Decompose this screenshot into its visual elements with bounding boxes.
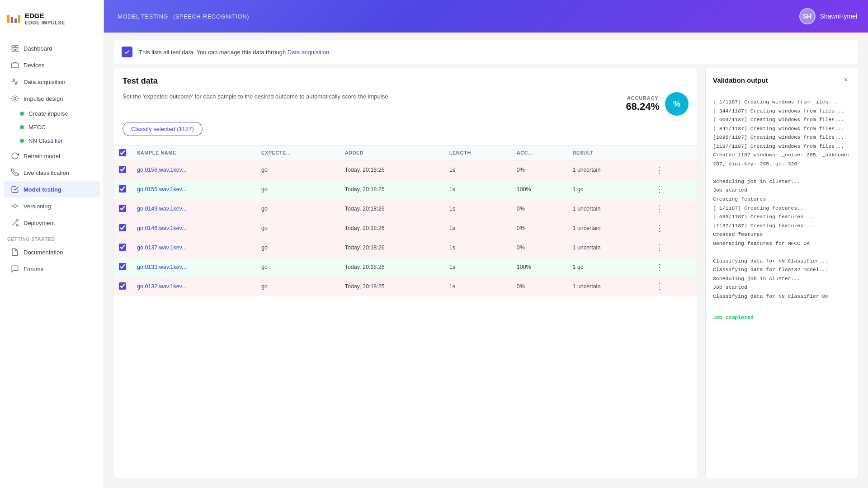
- classify-selected-button[interactable]: Classify selected (1187): [123, 122, 203, 136]
- sidebar-item-documentation[interactable]: Documentation: [4, 244, 100, 260]
- row-sample-name: go.0132.wav.1kev...: [132, 277, 256, 296]
- row-checkbox-cell: [113, 238, 132, 258]
- validation-title: Validation output: [713, 76, 768, 84]
- log-line-15: Generating features for MFCC OK: [713, 239, 851, 248]
- row-checkbox-3[interactable]: [119, 224, 126, 231]
- svg-rect-2: [12, 49, 14, 52]
- dot-icon-mfcc: [20, 125, 24, 129]
- test-data-header: Test data Set the 'expected outcome' for…: [113, 68, 698, 145]
- row-result: 1 uncertain: [567, 219, 647, 238]
- row-menu-button-4[interactable]: ⋮: [653, 242, 666, 253]
- row-added: Today, 20:18:26: [340, 180, 444, 199]
- log-line-3: [ 841/1187] Creating windows from files.…: [713, 124, 851, 133]
- sidebar-item-versioning[interactable]: Versioning: [4, 198, 100, 214]
- col-length: LENGTH: [444, 145, 511, 160]
- row-checkbox-cell: [113, 258, 132, 277]
- sidebar-item-retrain-model[interactable]: Retrain model: [4, 148, 100, 164]
- row-checkbox-4[interactable]: [119, 244, 126, 251]
- row-accuracy: 0%: [511, 277, 567, 296]
- table-row: go.0155.wav.1kev... go Today, 20:18:26 1…: [113, 180, 698, 199]
- user-menu[interactable]: SH ShawnHymel: [799, 8, 857, 24]
- row-length: 1s: [444, 199, 511, 219]
- logo-area: EDGEEDGE IMPULSE: [0, 0, 104, 36]
- row-accuracy: 100%: [511, 258, 567, 277]
- sidebar-item-forums[interactable]: Forums: [4, 261, 100, 277]
- validation-close-button[interactable]: ×: [840, 75, 851, 85]
- row-checkbox-1[interactable]: [119, 185, 126, 192]
- sidebar-item-impulse-design[interactable]: Impulse design: [4, 90, 100, 107]
- data-icon: [11, 78, 19, 86]
- row-length: 1s: [444, 219, 511, 238]
- table-row: go.0149.wav.1kev... go Today, 20:18:26 1…: [113, 199, 698, 219]
- row-menu-button-1[interactable]: ⋮: [653, 184, 666, 195]
- sidebar-item-dashboard[interactable]: Dashboard: [4, 40, 100, 56]
- sample-name-link-3[interactable]: go.0146.wav.1kev...: [137, 225, 186, 231]
- row-menu-button-6[interactable]: ⋮: [653, 281, 666, 292]
- sidebar-item-deployment[interactable]: Deployment: [4, 215, 100, 231]
- log-line-17: Classifying data for NN Classifier...: [713, 257, 851, 266]
- svg-point-5: [14, 98, 16, 100]
- sample-name-link-5[interactable]: go.0133.wav.1kev...: [137, 264, 186, 270]
- row-result: 1 go: [567, 258, 647, 277]
- row-expected: go: [256, 219, 340, 238]
- row-menu-cell: ⋮: [647, 238, 698, 258]
- test-data-table-container[interactable]: SAMPLE NAME EXPECTE... ADDED LENGTH ACC.…: [113, 145, 698, 479]
- log-line-11: [ 1/1187] Creating features...: [713, 204, 851, 213]
- dashboard-icon: [11, 44, 19, 52]
- sidebar-item-mfcc[interactable]: MFCC: [4, 121, 100, 134]
- row-checkbox-0[interactable]: [119, 166, 126, 173]
- getting-started-label: GETTING STARTED: [0, 231, 104, 244]
- sample-name-link-6[interactable]: go.0132.wav.1kev...: [137, 283, 186, 290]
- sidebar-item-data-acquisition[interactable]: Data acquisition: [4, 74, 100, 90]
- accuracy-circle: %: [665, 92, 689, 116]
- sidebar-item-devices[interactable]: Devices: [4, 57, 100, 73]
- row-result: 1 uncertain: [567, 199, 647, 219]
- sample-name-link-1[interactable]: go.0155.wav.1kev...: [137, 186, 186, 192]
- row-menu-button-2[interactable]: ⋮: [653, 203, 666, 214]
- data-acquisition-link[interactable]: Data acquisition: [288, 49, 330, 56]
- row-expected: go: [256, 199, 340, 219]
- row-length: 1s: [444, 258, 511, 277]
- sidebar-item-nn-classifier[interactable]: NN Classifier: [4, 134, 100, 147]
- svg-rect-0: [12, 45, 14, 47]
- row-sample-name: go.0137.wav.1kev...: [132, 238, 256, 258]
- row-checkbox-2[interactable]: [119, 205, 126, 212]
- sample-name-link-4[interactable]: go.0137.wav.1kev...: [137, 244, 186, 251]
- sample-name-link-0[interactable]: go.0156.wav.1kev...: [137, 167, 186, 173]
- sidebar-item-model-testing[interactable]: Model testing: [4, 181, 100, 197]
- log-line-6: Created 1187 windows: _noise: 285, _unkn…: [713, 150, 851, 168]
- row-added: Today, 20:18:26: [340, 238, 444, 258]
- accuracy-value: 68.24%: [626, 101, 660, 113]
- log-line-14: Created features: [713, 230, 851, 239]
- log-line-13: [1187/1187] Creating features...: [713, 221, 851, 230]
- logo-bar-1: [7, 15, 9, 23]
- svg-rect-3: [16, 49, 18, 52]
- page-title: MODEL TESTING (SPEECH-RECOGNITION): [115, 12, 249, 20]
- row-checkbox-5[interactable]: [119, 263, 126, 270]
- sample-name-link-2[interactable]: go.0149.wav.1kev...: [137, 206, 186, 212]
- accuracy-label: ACCURACY: [626, 95, 660, 101]
- row-sample-name: go.0133.wav.1kev...: [132, 258, 256, 277]
- row-menu-button-5[interactable]: ⋮: [653, 262, 666, 272]
- row-expected: go: [256, 238, 340, 258]
- row-checkbox-cell: [113, 199, 132, 219]
- row-checkbox-6[interactable]: [119, 282, 126, 290]
- sidebar-item-live-classification[interactable]: Live classification: [4, 164, 100, 181]
- test-data-title: Test data: [123, 76, 689, 86]
- row-length: 1s: [444, 238, 511, 258]
- row-menu-button-3[interactable]: ⋮: [653, 223, 666, 234]
- row-expected: go: [256, 160, 340, 180]
- devices-icon: [11, 61, 19, 69]
- check-icon: [122, 47, 132, 57]
- select-all-checkbox[interactable]: [119, 149, 126, 156]
- test-data-table: SAMPLE NAME EXPECTE... ADDED LENGTH ACC.…: [113, 145, 698, 296]
- header-checkbox-container: [119, 149, 126, 156]
- log-line-2: [ 609/1187] Creating windows from files.…: [713, 115, 851, 124]
- validation-output[interactable]: [ 1/1187] Creating windows from files...…: [706, 92, 859, 479]
- row-menu-cell: ⋮: [647, 180, 698, 199]
- row-result: 1 uncertain: [567, 238, 647, 258]
- row-menu-button-0[interactable]: ⋮: [653, 164, 666, 175]
- sidebar-item-create-impulse[interactable]: Create impulse: [4, 107, 100, 120]
- row-added: Today, 20:18:25: [340, 277, 444, 296]
- col-sample-name: SAMPLE NAME: [132, 145, 256, 160]
